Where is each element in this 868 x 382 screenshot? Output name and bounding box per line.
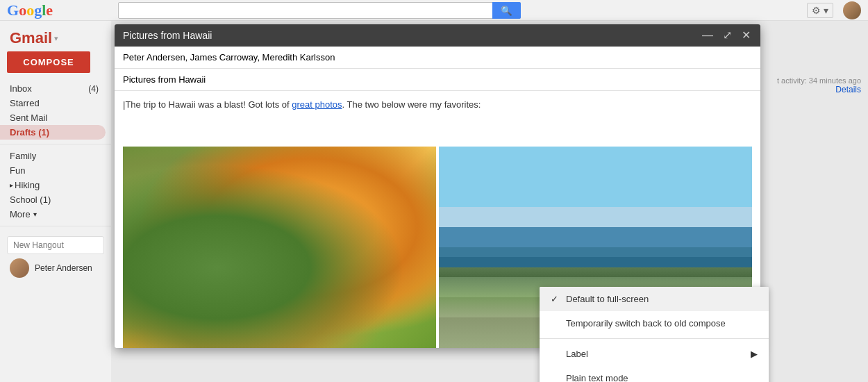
family-label: Family bbox=[10, 151, 36, 161]
sidebar-item-school[interactable]: School (1) bbox=[0, 192, 106, 207]
dropdown-item-old-compose[interactable]: ✓ Temporarily switch back to old compose bbox=[540, 311, 769, 335]
sidebar-item-inbox[interactable]: Inbox (4) bbox=[0, 81, 106, 96]
sidebar-item-family[interactable]: Family bbox=[0, 149, 106, 163]
dropdown-label-label: Label bbox=[566, 349, 588, 359]
main-layout: Gmail ▾ COMPOSE Inbox (4) Starred Sent M… bbox=[0, 21, 868, 382]
body-link[interactable]: great photos bbox=[292, 99, 342, 110]
last-activity-text: t activity: 34 minutes ago bbox=[777, 76, 861, 85]
expand-button[interactable]: ⤢ bbox=[721, 30, 733, 41]
starred-label: Starred bbox=[10, 98, 40, 108]
check-icon: ✓ bbox=[551, 294, 563, 304]
inbox-count: (4) bbox=[88, 84, 99, 94]
hangout-user-item[interactable]: Peter Andersen bbox=[7, 254, 104, 282]
dropdown-divider bbox=[540, 338, 769, 339]
app-header: Google 🔍 ⚙ ▾ bbox=[0, 0, 868, 21]
sidebar-item-fun[interactable]: Fun bbox=[0, 163, 106, 178]
search-button[interactable]: 🔍 bbox=[492, 2, 521, 19]
dropdown-plain-text-label: Plain text mode bbox=[566, 373, 628, 382]
more-arrow-icon: ▾ bbox=[33, 210, 37, 218]
sidebar: Gmail ▾ COMPOSE Inbox (4) Starred Sent M… bbox=[0, 21, 111, 382]
fun-label: Fun bbox=[10, 165, 25, 176]
more-label: More bbox=[10, 209, 31, 219]
to-field-input[interactable] bbox=[123, 52, 752, 63]
sidebar-item-drafts[interactable]: Drafts (1) bbox=[0, 125, 106, 140]
hangout-avatar-image bbox=[10, 258, 29, 278]
hiking-arrow-icon: ▸ bbox=[10, 181, 13, 189]
sidebar-item-sent[interactable]: Sent Mail bbox=[0, 110, 106, 125]
right-info: t activity: 34 minutes ago Details bbox=[777, 76, 861, 94]
sidebar-item-more[interactable]: More ▾ bbox=[0, 207, 106, 222]
dropdown-item-label[interactable]: ✓ Label ▶ bbox=[540, 342, 769, 366]
compose-window-header: Pictures from Hawaii — ⤢ ✕ bbox=[115, 24, 760, 47]
settings-button[interactable]: ⚙ ▾ bbox=[807, 3, 833, 18]
content-area: t activity: 34 minutes ago Details Pictu… bbox=[111, 21, 868, 382]
gmail-logo[interactable]: Gmail bbox=[10, 29, 52, 47]
sent-label: Sent Mail bbox=[10, 113, 47, 123]
minimize-button[interactable]: — bbox=[701, 30, 715, 41]
dropdown-old-compose-label: Temporarily switch back to old compose bbox=[566, 318, 726, 329]
subject-field-row bbox=[115, 69, 760, 91]
hiking-label: Hiking bbox=[15, 180, 40, 190]
dropdown-fullscreen-label: Default to full-screen bbox=[566, 294, 649, 304]
hangout-search-input[interactable] bbox=[7, 236, 104, 254]
compose-body[interactable]: |The trip to Hawaii was a blast! Got lot… bbox=[115, 91, 760, 147]
dropdown-menu: ✓ Default to full-screen ✓ Temporarily s… bbox=[540, 287, 769, 382]
drafts-label: Drafts (1) bbox=[10, 127, 49, 138]
sidebar-item-starred[interactable]: Starred bbox=[0, 96, 106, 110]
sidebar-divider-2 bbox=[0, 226, 111, 226]
submenu-arrow-icon: ▶ bbox=[751, 349, 758, 359]
to-field-row bbox=[115, 47, 760, 69]
google-logo: Google bbox=[7, 0, 53, 21]
sidebar-item-hiking[interactable]: ▸ Hiking bbox=[0, 178, 106, 192]
compose-window-controls: — ⤢ ✕ bbox=[701, 30, 752, 41]
details-link[interactable]: Details bbox=[835, 85, 861, 94]
school-label: School (1) bbox=[10, 194, 51, 205]
close-button[interactable]: ✕ bbox=[740, 30, 752, 41]
gmail-dropdown-arrow[interactable]: ▾ bbox=[54, 34, 58, 43]
dropdown-item-fullscreen[interactable]: ✓ Default to full-screen bbox=[540, 287, 769, 311]
inbox-label: Inbox bbox=[10, 83, 32, 94]
user-avatar bbox=[843, 1, 861, 19]
dropdown-item-plain-text[interactable]: ✓ Plain text mode bbox=[540, 366, 769, 382]
hangout-user-name: Peter Andersen bbox=[35, 263, 92, 273]
body-text-1: The trip to Hawaii was a blast! Got lots… bbox=[125, 99, 292, 110]
subject-field-input[interactable] bbox=[123, 74, 752, 85]
hawaii-lizard-image bbox=[123, 147, 436, 348]
search-input[interactable] bbox=[118, 2, 521, 19]
sidebar-divider-1 bbox=[0, 144, 111, 144]
body-text-2: . The two below were my favorites: bbox=[342, 99, 481, 110]
compose-button[interactable]: COMPOSE bbox=[7, 51, 90, 73]
hangout-user-avatar bbox=[10, 258, 29, 278]
hangout-section: Peter Andersen bbox=[0, 231, 111, 288]
compose-window-title: Pictures from Hawaii bbox=[123, 30, 212, 41]
